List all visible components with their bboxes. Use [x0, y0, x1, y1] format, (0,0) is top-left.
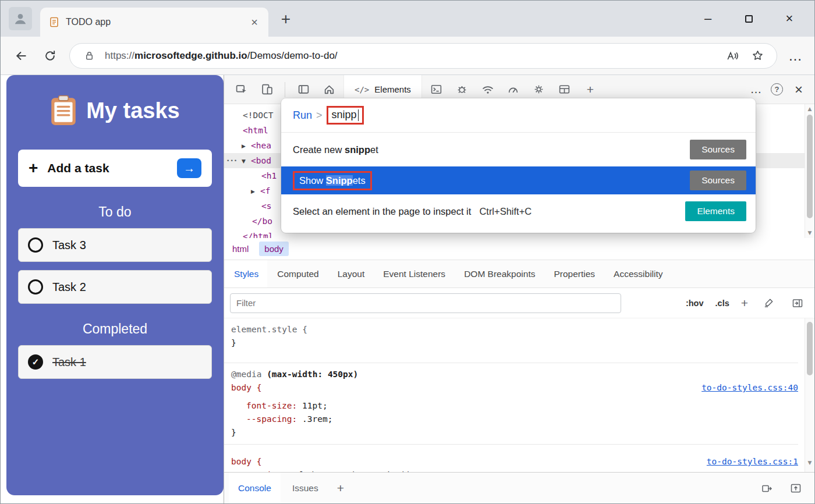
- new-tab-button[interactable]: +: [277, 10, 295, 29]
- browser-menu-button[interactable]: …: [786, 48, 804, 64]
- open-external-icon: [761, 482, 773, 494]
- breadcrumb-body[interactable]: body: [259, 242, 289, 256]
- task-label: Task 2: [52, 281, 86, 294]
- refresh-button[interactable]: [40, 46, 60, 66]
- more-tools-button[interactable]: +: [579, 79, 601, 100]
- task-checkbox[interactable]: [28, 237, 43, 253]
- computed-sidebar-toggle-button[interactable]: [789, 294, 806, 312]
- browser-tab[interactable]: TODO app ×: [40, 8, 268, 37]
- minimize-button[interactable]: –: [688, 11, 728, 26]
- css-declaration[interactable]: margin:▶calc(2 * var(--spacing));: [246, 468, 798, 472]
- palette-divider: [281, 132, 756, 133]
- css-rule-body-media[interactable]: body { to-do-styles.css:40: [231, 381, 798, 395]
- stylesheet-link[interactable]: to-do-styles.css:1: [707, 455, 798, 468]
- tab-layout[interactable]: Layout: [329, 260, 374, 288]
- new-style-rule-button[interactable]: +: [741, 296, 748, 310]
- css-declaration[interactable]: --spacing: .3rem;: [246, 413, 798, 426]
- back-button[interactable]: [11, 46, 31, 66]
- tab-settings-gear[interactable]: [528, 79, 550, 100]
- drawer-tab-issues[interactable]: Issues: [283, 473, 328, 503]
- keyboard-shortcut: Ctrl+Shift+C: [479, 206, 531, 217]
- elements-tab-label: Elements: [374, 84, 411, 94]
- scrollbar-thumb[interactable]: [807, 322, 813, 375]
- help-icon[interactable]: ?: [771, 83, 783, 95]
- add-task-field[interactable]: + Add a task →: [18, 150, 212, 187]
- palette-item-inspect-element[interactable]: Select an element in the page to inspect…: [281, 197, 756, 225]
- task-row[interactable]: Task 3: [18, 228, 212, 262]
- styles-pane: element.style { } @media (max-width: 450…: [224, 318, 814, 472]
- browser-window: TODO app × + – × https://microsoftedge.g…: [0, 0, 815, 504]
- toolbar-divider: [285, 82, 285, 97]
- css-rule-body[interactable]: body { to-do-styles.css:1: [231, 455, 798, 468]
- elements-scrollbar[interactable]: ▲ ▼: [805, 104, 814, 238]
- task-row-completed[interactable]: ✓ Task 1: [18, 345, 212, 379]
- task-label: Task 3: [52, 239, 86, 252]
- devtools-menu-icon[interactable]: …: [747, 83, 765, 96]
- task-row[interactable]: Task 2: [18, 270, 212, 304]
- selection-annotation-box: Show Snippets: [293, 171, 372, 190]
- arrow-right-icon: →: [183, 162, 195, 175]
- address-bar[interactable]: https://microsoftedge.github.io/Demos/de…: [69, 43, 777, 69]
- command-input-row[interactable]: Run > snipp: [281, 98, 756, 132]
- maximize-button[interactable]: [728, 11, 769, 26]
- paintbrush-icon: [763, 297, 774, 308]
- styles-filter-input[interactable]: [230, 293, 621, 313]
- collapsed-arrow-icon[interactable]: ▶: [242, 139, 251, 154]
- expanded-arrow-icon[interactable]: ▼: [242, 154, 251, 169]
- tab-computed[interactable]: Computed: [268, 260, 328, 288]
- tab-console-panel[interactable]: [426, 79, 448, 100]
- tab-event-listeners[interactable]: Event Listeners: [374, 260, 454, 288]
- task-checkbox[interactable]: [28, 279, 43, 294]
- device-emulation-icon: [261, 83, 273, 95]
- css-rule-element-style[interactable]: element.style {: [231, 323, 798, 336]
- toggle-element-state-button[interactable]: :hov: [686, 299, 704, 308]
- overflow-marker-icon[interactable]: •••: [226, 153, 238, 168]
- drawer-tab-console[interactable]: Console: [229, 473, 281, 503]
- read-aloud-button[interactable]: [724, 47, 742, 65]
- palette-item-show-snippets[interactable]: Show Snippets Sources: [281, 166, 756, 194]
- stylesheet-link[interactable]: to-do-styles.css:40: [701, 381, 798, 395]
- css-declaration[interactable]: font-size: 11pt;: [246, 399, 798, 413]
- panel-badge: Sources: [690, 171, 746, 190]
- focus-mode-button[interactable]: [292, 79, 314, 100]
- breadcrumb-html[interactable]: html: [232, 244, 249, 254]
- scrollbar-thumb[interactable]: [807, 115, 813, 218]
- tab-debugger[interactable]: [451, 79, 473, 100]
- tab-dom-breakpoints[interactable]: DOM Breakpoints: [455, 260, 544, 288]
- html-tag: <html: [243, 126, 268, 135]
- scroll-down-icon[interactable]: ▼: [805, 456, 814, 470]
- expand-drawer-button[interactable]: [786, 478, 805, 499]
- script-tag: <s: [261, 201, 271, 211]
- devtools-close-icon[interactable]: ×: [789, 81, 809, 98]
- tab-close-icon[interactable]: ×: [249, 16, 260, 29]
- element-classes-button[interactable]: .cls: [715, 299, 729, 308]
- scroll-up-icon[interactable]: ▲: [805, 106, 814, 112]
- rendering-emulations-button[interactable]: [760, 294, 777, 312]
- palette-item-create-snippet[interactable]: Create new snippet Sources: [281, 136, 756, 164]
- tab-application[interactable]: [554, 79, 576, 100]
- open-console-sidebar-button[interactable]: [757, 478, 776, 499]
- tab-accessibility[interactable]: Accessibility: [605, 260, 671, 288]
- url-text: https://microsoftedge.github.io/Demos/de…: [105, 50, 717, 62]
- device-toolbar-button[interactable]: [256, 79, 278, 100]
- tab-properties[interactable]: Properties: [545, 260, 604, 288]
- tab-performance[interactable]: [502, 79, 525, 100]
- tab-network[interactable]: [477, 79, 499, 100]
- inspect-icon: [235, 83, 247, 95]
- profile-avatar[interactable]: [9, 7, 32, 30]
- task-checkbox-checked[interactable]: ✓: [28, 354, 43, 370]
- inspect-element-button[interactable]: [230, 79, 252, 100]
- drawer-more-tabs-button[interactable]: +: [330, 481, 351, 495]
- styles-scrollbar[interactable]: ▼: [805, 318, 814, 472]
- tab-styles[interactable]: Styles: [225, 260, 267, 288]
- body-close-tag: </bo: [252, 216, 272, 226]
- scroll-down-icon[interactable]: ▼: [805, 230, 814, 236]
- close-window-button[interactable]: ×: [769, 11, 810, 26]
- lock-icon[interactable]: [80, 47, 98, 65]
- favorites-button[interactable]: [749, 47, 766, 65]
- add-task-submit-button[interactable]: →: [177, 158, 201, 178]
- collapsed-arrow-icon[interactable]: ▶: [251, 184, 260, 199]
- welcome-home-button[interactable]: [318, 79, 340, 100]
- query-annotation-box: snipp: [327, 106, 364, 125]
- clipboard-icon: [50, 95, 77, 126]
